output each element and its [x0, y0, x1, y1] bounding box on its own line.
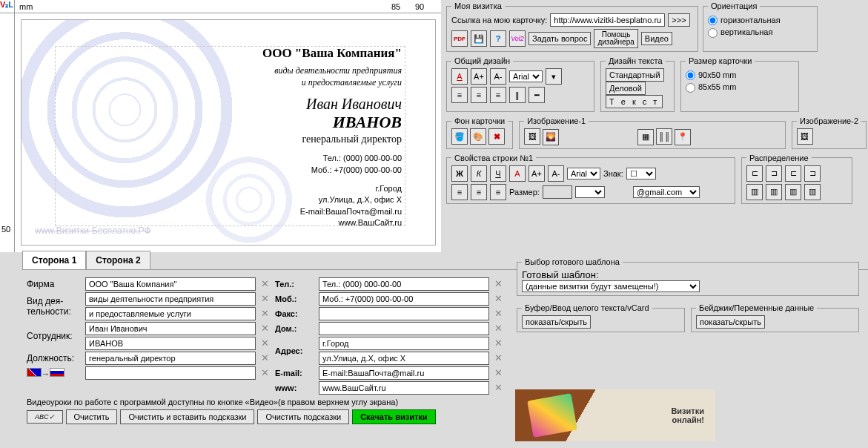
pdf-icon[interactable]: PDF — [451, 30, 468, 47]
design-text-button[interactable]: Т е к с т — [606, 95, 663, 108]
clear-icon[interactable]: ✕ — [259, 308, 271, 320]
tab-side-1[interactable]: Сторона 1 — [22, 251, 86, 269]
sign-select[interactable]: ☐ — [626, 168, 656, 179]
dist-left-button[interactable]: ⊏ — [746, 165, 763, 182]
dist-right-button[interactable]: ⊏ — [785, 165, 801, 182]
position-input[interactable] — [85, 352, 256, 365]
clear-icon[interactable]: ✕ — [492, 278, 504, 290]
card-url-input[interactable] — [550, 13, 665, 27]
buffer-toggle-button[interactable]: показать/скрыть — [522, 315, 591, 329]
flags[interactable]: → — [27, 368, 82, 378]
activity1-input[interactable] — [85, 292, 256, 306]
color-a-button[interactable]: A — [451, 68, 468, 85]
fax-input[interactable] — [319, 307, 489, 320]
delete-bg-icon[interactable]: ✖ — [488, 128, 505, 145]
emp1-input[interactable] — [85, 322, 256, 335]
font-select[interactable]: Arial — [509, 70, 543, 82]
barcode-icon[interactable]: ║║ — [656, 128, 672, 145]
clear-icon[interactable]: ✕ — [492, 308, 504, 320]
dist-7-button[interactable]: ▥ — [785, 184, 801, 200]
img1-pic-icon[interactable]: 🌄 — [543, 129, 559, 145]
template-select[interactable]: (данные визитки будут замещены!) — [522, 280, 700, 292]
align-center-button[interactable]: ≡ — [471, 87, 487, 103]
line-align-center[interactable]: ≡ — [471, 184, 487, 200]
orient-horizontal[interactable]: горизонтальная — [708, 15, 812, 25]
clear-icon[interactable]: ✕ — [492, 293, 504, 305]
palette-icon[interactable]: 🎨 — [470, 128, 486, 145]
banner-ad[interactable]: Визитки онлайн! — [515, 389, 715, 441]
clear-icon[interactable]: ✕ — [492, 337, 504, 349]
clear-icon[interactable]: ✕ — [259, 278, 271, 290]
tel-input[interactable] — [319, 277, 489, 291]
clear-hints-button[interactable]: Очистить подсказки — [257, 409, 349, 424]
www-input[interactable] — [319, 381, 489, 395]
spellcheck-button[interactable]: ABC✓ — [27, 410, 63, 424]
font-smaller-button[interactable]: A- — [490, 68, 506, 85]
clear-icon[interactable]: ✕ — [492, 323, 504, 335]
firm-input[interactable] — [85, 277, 256, 291]
tab-side-2[interactable]: Сторона 2 — [86, 251, 150, 269]
clear-icon[interactable]: ✕ — [259, 323, 271, 335]
download-cards-button[interactable]: Скачать визитки — [352, 409, 435, 424]
activity2-input[interactable] — [85, 307, 256, 320]
dist-justify-button[interactable]: ⊐ — [804, 165, 821, 182]
business-card-preview[interactable]: ООО "Ваша Компания" виды деятельности пр… — [21, 19, 436, 246]
underline-button[interactable]: Ч — [490, 165, 506, 182]
location-icon[interactable]: 📍 — [675, 129, 691, 145]
dist-5-button[interactable]: ▥ — [746, 184, 763, 200]
clear-icon[interactable]: ✕ — [492, 382, 504, 394]
align-left-button[interactable]: ≡ — [451, 87, 468, 103]
dom-input[interactable] — [319, 322, 489, 335]
design-business-button[interactable]: Деловой — [606, 82, 646, 95]
clear-icon[interactable]: ✕ — [259, 293, 271, 305]
clear-icon[interactable]: ✕ — [492, 352, 504, 364]
size-up-button[interactable]: A+ — [529, 165, 545, 182]
color-button[interactable]: A — [509, 165, 526, 182]
ask-question-button[interactable]: Задать вопрос — [529, 32, 591, 45]
img1-insert-icon[interactable]: 🖼 — [524, 128, 540, 145]
line-font-select[interactable]: Arial — [567, 168, 600, 179]
go-button[interactable]: >>> — [668, 13, 689, 27]
bold-button[interactable]: Ж — [451, 165, 468, 182]
dropdown-icon[interactable]: ▾ — [546, 68, 562, 85]
badge-toggle-button[interactable]: показать/скрыть — [696, 315, 765, 329]
font-bigger-button[interactable]: A+ — [471, 68, 487, 85]
line-align-right[interactable]: ≡ — [490, 184, 506, 200]
email-input[interactable] — [319, 366, 489, 380]
addr2-input[interactable] — [319, 352, 489, 365]
size-down-button[interactable]: A- — [548, 165, 564, 182]
video-button[interactable]: Видео — [641, 32, 672, 45]
help-icon[interactable]: ? — [490, 30, 506, 47]
clear-icon[interactable]: ✕ — [492, 367, 504, 379]
addr1-input[interactable] — [319, 337, 489, 350]
clear-button[interactable]: Очистить — [66, 409, 118, 424]
fill-icon[interactable]: 🪣 — [451, 128, 468, 145]
line-align-left[interactable]: ≡ — [451, 184, 468, 200]
vol2-icon[interactable]: Vol2 — [509, 30, 526, 47]
orient-vertical[interactable]: вертикальная — [708, 27, 812, 37]
vspace-button[interactable]: ‖ — [509, 87, 526, 103]
italic-button[interactable]: К — [471, 165, 487, 182]
extra-input[interactable] — [85, 366, 256, 380]
design-standard-button[interactable]: Стандартный — [606, 68, 664, 82]
clear-icon[interactable]: ✕ — [259, 352, 271, 364]
mob-input[interactable] — [319, 292, 489, 306]
hspace-button[interactable]: ━ — [529, 87, 545, 103]
size-select[interactable] — [575, 186, 605, 198]
emp2-input[interactable] — [85, 337, 256, 350]
size-90x50[interactable]: 90x50 mm — [686, 70, 794, 80]
img2-insert-icon[interactable]: 🖼 — [797, 128, 813, 145]
size-input[interactable] — [543, 185, 572, 199]
clear-icon[interactable]: ✕ — [259, 337, 271, 349]
size-85x55[interactable]: 85x55 mm — [686, 82, 794, 92]
align-right-button[interactable]: ≡ — [490, 87, 506, 103]
email-domain-select[interactable]: @gmail.com — [633, 186, 700, 198]
qr-icon[interactable]: ▦ — [637, 129, 654, 145]
dist-6-button[interactable]: ▥ — [766, 184, 782, 200]
dist-center-button[interactable]: ⊐ — [766, 165, 782, 182]
save-icon[interactable]: 💾 — [471, 30, 487, 47]
dist-8-button[interactable]: ▥ — [804, 184, 821, 200]
clear-insert-hints-button[interactable]: Очистить и вставить подсказки — [120, 409, 254, 424]
designer-help-button[interactable]: Помощь дизайнера — [594, 29, 637, 48]
clear-icon[interactable]: ✕ — [259, 367, 271, 379]
